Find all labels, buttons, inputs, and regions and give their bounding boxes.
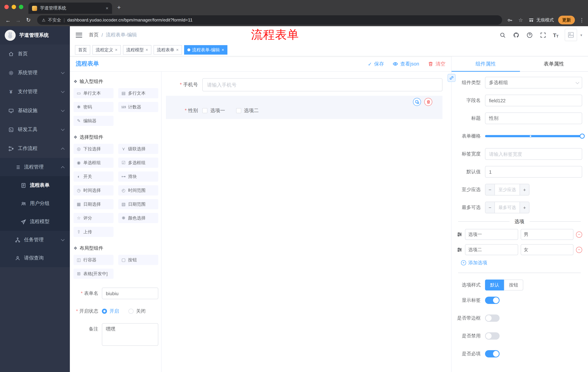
- copy-component-button[interactable]: [413, 98, 421, 106]
- title-input[interactable]: [485, 112, 582, 124]
- tag-process-form[interactable]: 流程表单 ×: [154, 45, 182, 55]
- required-toggle[interactable]: [485, 350, 500, 357]
- form-remark-textarea[interactable]: 嘿嘿: [102, 323, 158, 346]
- close-window-button[interactable]: [4, 5, 9, 9]
- tag-close-icon[interactable]: ×: [115, 47, 117, 53]
- tag-home[interactable]: 首页: [75, 45, 90, 55]
- component-radio-group[interactable]: ◉单选框组: [74, 158, 114, 168]
- gender-option-1[interactable]: 选项一: [202, 107, 225, 114]
- help-icon[interactable]: [526, 31, 533, 39]
- tag-close-icon[interactable]: ×: [146, 47, 148, 53]
- label-width-input[interactable]: [485, 148, 582, 160]
- option-label-input[interactable]: [465, 229, 518, 240]
- new-tab-button[interactable]: +: [117, 4, 121, 11]
- view-json-button[interactable]: 查看json: [393, 61, 419, 67]
- menu-kebab-icon[interactable]: ⋮: [579, 17, 584, 23]
- form-grid-slider[interactable]: [485, 130, 582, 142]
- link-icon[interactable]: [448, 74, 456, 82]
- component-switch[interactable]: ◐开关: [74, 171, 114, 182]
- clear-button[interactable]: 清空: [428, 61, 445, 67]
- search-icon[interactable]: [499, 31, 506, 39]
- phone-field-row[interactable]: 手机号: [166, 78, 442, 91]
- add-option-button[interactable]: + 添加选项: [461, 260, 582, 266]
- back-icon[interactable]: ←: [4, 16, 12, 24]
- component-slider[interactable]: ⊶滑块: [118, 171, 158, 182]
- component-multi-line-text[interactable]: ▤多行文本: [118, 88, 158, 98]
- component-time-picker[interactable]: ◷时间选择: [74, 185, 114, 195]
- minimize-window-button[interactable]: [12, 5, 16, 9]
- increase-button[interactable]: +: [520, 184, 529, 195]
- phone-field-input[interactable]: [202, 78, 442, 91]
- github-icon[interactable]: [513, 31, 520, 39]
- style-default-button[interactable]: 默认: [485, 279, 504, 290]
- option-value-input[interactable]: [521, 244, 573, 255]
- delete-component-button[interactable]: [424, 98, 432, 106]
- sidebar-item-process-management[interactable]: 流程管理: [0, 158, 70, 176]
- style-button-button[interactable]: 按钮: [504, 279, 523, 290]
- component-cascader[interactable]: ⋎级联选择: [118, 144, 158, 154]
- tab-form-props[interactable]: 表单属性: [520, 56, 588, 71]
- sidebar-item-payment[interactable]: ¥ 支付管理: [0, 82, 70, 101]
- field-name-input[interactable]: [485, 95, 582, 106]
- password-key-icon[interactable]: [506, 17, 513, 23]
- sidebar-item-system[interactable]: 系统管理: [0, 63, 70, 82]
- gender-option-2[interactable]: 选项二: [236, 107, 259, 114]
- disabled-toggle[interactable]: [485, 332, 500, 340]
- decrease-button[interactable]: −: [485, 202, 495, 213]
- component-color-picker[interactable]: ❋颜色选择: [118, 213, 158, 223]
- sidebar-item-infrastructure[interactable]: 基础设施: [0, 101, 70, 120]
- tab-close-icon[interactable]: ×: [106, 5, 108, 11]
- remove-option-button[interactable]: −: [576, 231, 582, 237]
- default-value-input[interactable]: [485, 166, 582, 178]
- sidebar-item-devtools[interactable]: 研发工具: [0, 120, 70, 139]
- reload-icon[interactable]: ↻: [24, 16, 33, 24]
- tag-close-icon[interactable]: ×: [221, 47, 224, 53]
- sidebar-item-task-management[interactable]: 任务管理: [0, 231, 70, 249]
- checkbox-icon[interactable]: [236, 108, 241, 113]
- status-radio-off[interactable]: 关闭: [128, 308, 146, 315]
- component-row-container[interactable]: ◫行容器: [74, 255, 114, 265]
- drag-handle-icon[interactable]: [457, 247, 462, 253]
- component-counter[interactable]: 123计数器: [118, 102, 158, 112]
- border-toggle[interactable]: [485, 315, 500, 322]
- fullscreen-icon[interactable]: [539, 31, 547, 39]
- sidebar-item-user-group[interactable]: 用户分组: [0, 194, 70, 213]
- update-button[interactable]: 更新: [558, 16, 575, 24]
- checkbox-icon[interactable]: [202, 108, 207, 113]
- font-size-icon[interactable]: TT: [553, 32, 558, 38]
- show-label-toggle[interactable]: [485, 297, 500, 304]
- component-table[interactable]: ⊞表格[开发中]: [74, 269, 114, 279]
- decrease-button[interactable]: −: [485, 184, 495, 195]
- component-type-select[interactable]: 多选框组: [485, 77, 582, 88]
- sidebar-item-process-model[interactable]: 流程模型: [0, 213, 70, 231]
- breadcrumb-home[interactable]: 首页: [89, 32, 99, 38]
- sidebar-toggle-icon[interactable]: [76, 32, 82, 37]
- component-rate[interactable]: ☆评分: [74, 213, 114, 223]
- component-checkbox-group[interactable]: ☑多选框组: [118, 158, 158, 168]
- component-single-line-text[interactable]: ▭单行文本: [74, 88, 114, 98]
- avatar-caret-icon[interactable]: ▾: [580, 33, 582, 37]
- status-radio-on[interactable]: 开启: [102, 308, 119, 315]
- forward-icon[interactable]: →: [14, 16, 22, 24]
- form-name-input[interactable]: [102, 287, 158, 299]
- remove-option-button[interactable]: −: [576, 247, 582, 253]
- component-date-picker[interactable]: ▦日期选择: [74, 199, 114, 209]
- min-select-value[interactable]: 至少应选: [495, 184, 520, 195]
- option-label-input[interactable]: [465, 244, 518, 255]
- component-button[interactable]: ▢按钮: [118, 255, 158, 265]
- zoom-window-button[interactable]: [19, 5, 23, 9]
- component-time-range[interactable]: ◴时间范围: [118, 185, 158, 195]
- component-select[interactable]: ◎下拉选择: [74, 144, 114, 154]
- drag-handle-icon[interactable]: [457, 232, 462, 237]
- tag-close-icon[interactable]: ×: [176, 47, 179, 53]
- form-canvas[interactable]: 手机号: [162, 72, 451, 372]
- component-editor[interactable]: ✎编辑器: [74, 116, 114, 126]
- gender-field-row[interactable]: 性别 选项一 选项二: [166, 107, 442, 114]
- sidebar-item-leave-query[interactable]: 请假查询: [0, 249, 70, 267]
- tag-process-model[interactable]: 流程模型 ×: [123, 45, 151, 55]
- component-upload[interactable]: ⇧上传: [74, 227, 114, 237]
- address-bar[interactable]: ⚠ 不安全 | dashboard.yudao.iocoder.cn/bpm/m…: [37, 15, 502, 25]
- browser-tab[interactable]: 芋道管理系统 ×: [28, 2, 112, 14]
- component-password[interactable]: ✱密码: [74, 102, 114, 112]
- avatar[interactable]: [565, 29, 577, 41]
